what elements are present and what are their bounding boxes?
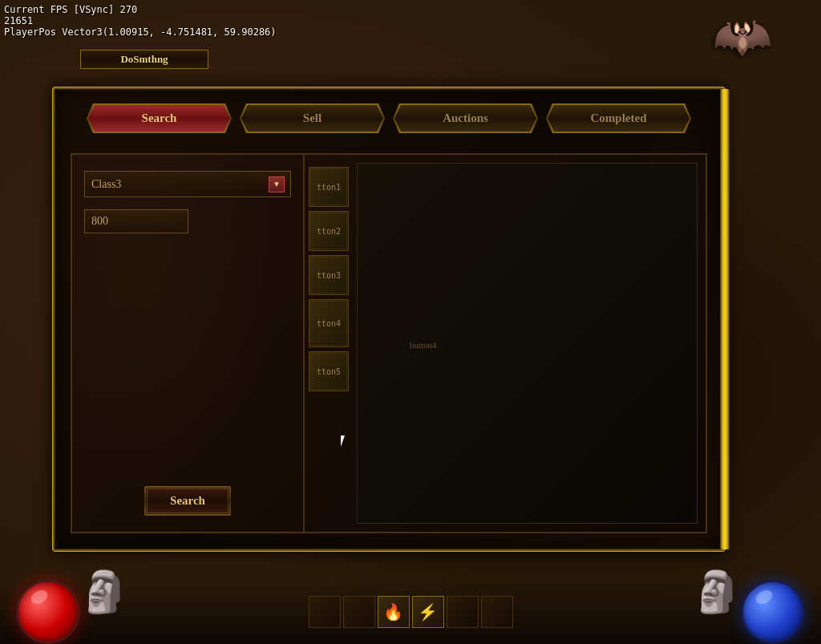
tab-completed-wrapper: Completed — [546, 103, 691, 133]
auction-window: Search Sell Auctions Completed — [52, 87, 726, 552]
skill-5-icon — [447, 597, 478, 627]
result-btn-2[interactable]: tton2 — [309, 211, 349, 251]
skill-slot-6[interactable] — [481, 596, 513, 628]
tab-auctions[interactable]: Auctions — [394, 105, 536, 132]
skill-4-icon: ⚡ — [413, 597, 443, 627]
skill-bar: 🔥 ⚡ — [309, 596, 513, 628]
side-gold-border — [720, 89, 730, 549]
skill-slot-1[interactable] — [309, 596, 341, 628]
tab-completed-outer: Completed — [546, 103, 691, 133]
skill-slot-5[interactable] — [447, 596, 479, 628]
skill-slot-2[interactable] — [343, 596, 375, 628]
tabs-container: Search Sell Auctions Completed — [87, 103, 691, 133]
flying-creature-icon: 🦇 — [713, 8, 773, 65]
skill-6-icon — [482, 597, 512, 627]
tab-sell-wrapper: Sell — [240, 103, 385, 133]
tab-search-outer: Search — [87, 103, 232, 133]
debug-overlay: Current FPS [VSync] 270 21651 PlayerPos … — [4, 4, 277, 38]
skill-2-icon — [344, 597, 374, 627]
skill-slot-4[interactable]: ⚡ — [412, 596, 444, 628]
gold-text: 21651 — [4, 15, 277, 26]
result-btn-1[interactable]: tton1 — [309, 167, 349, 207]
result-display-area: button4 — [357, 163, 698, 524]
player-name: DoSmthng — [120, 53, 168, 65]
skill-3-icon: 🔥 — [378, 597, 409, 627]
pos-text: PlayerPos Vector3(1.00915, -4.751481, 59… — [4, 26, 277, 38]
player-name-bar: DoSmthng — [80, 50, 208, 69]
btn4-area-label: button4 — [410, 340, 437, 350]
skill-1-icon — [309, 597, 340, 627]
mana-orb — [741, 580, 805, 644]
skill-slot-3[interactable]: 🔥 — [378, 596, 410, 628]
content-area: Class3 Class1 Class2 Class4 ▼ Search — [71, 153, 707, 533]
tab-search[interactable]: Search — [88, 105, 230, 132]
gargoyle-right-icon: 🗿 — [693, 564, 741, 620]
tab-auctions-outer: Auctions — [393, 103, 538, 133]
tab-sell-outer: Sell — [240, 103, 385, 133]
search-button-container: Search — [84, 486, 291, 516]
result-btn-5[interactable]: tton5 — [309, 351, 349, 391]
search-input[interactable] — [84, 209, 188, 233]
gargoyle-left-icon: 🗿 — [80, 564, 128, 620]
results-panel: tton1 tton2 tton3 tton4 tton5 button4 — [303, 153, 707, 533]
fps-text: Current FPS [VSync] 270 — [4, 4, 277, 15]
result-buttons-list: tton1 tton2 tton3 tton4 tton5 — [305, 163, 349, 395]
search-button[interactable]: Search — [146, 488, 229, 514]
result-btn-4[interactable]: tton4 — [309, 299, 349, 347]
bottom-bar: 🗿 🔥 ⚡ 🗿 — [0, 580, 821, 644]
tab-completed[interactable]: Completed — [548, 105, 690, 132]
health-orb — [16, 580, 80, 644]
tab-auctions-wrapper: Auctions — [393, 103, 538, 133]
class-dropdown[interactable]: Class3 Class1 Class2 Class4 — [84, 171, 291, 197]
class-dropdown-container: Class3 Class1 Class2 Class4 ▼ — [84, 171, 291, 197]
result-btn-3[interactable]: tton3 — [309, 255, 349, 295]
tab-sell[interactable]: Sell — [241, 105, 383, 132]
tab-search-wrapper: Search — [87, 103, 232, 133]
search-panel: Class3 Class1 Class2 Class4 ▼ Search — [71, 153, 303, 533]
search-button-outer: Search — [144, 486, 231, 516]
